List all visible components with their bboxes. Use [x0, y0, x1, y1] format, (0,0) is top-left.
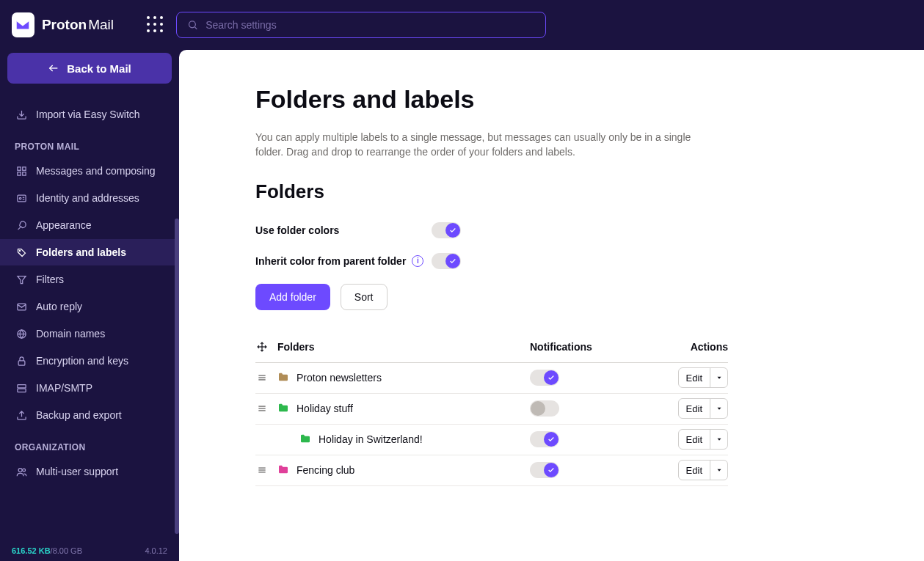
folder-cell[interactable]: Holiday in Switzerland! — [277, 433, 530, 447]
edit-button[interactable]: Edit — [678, 367, 728, 388]
nav-label: Backup and export — [36, 409, 122, 421]
svg-point-12 — [19, 250, 20, 251]
move-header-icon — [255, 342, 269, 352]
brand-text: Proton Mail — [42, 17, 114, 33]
use-folder-colors-row: Use folder colors — [255, 222, 732, 238]
nav-label: Identity and addresses — [36, 192, 139, 204]
info-icon[interactable]: i — [412, 255, 423, 267]
sidebar-item-imap[interactable]: IMAP/SMTP — [7, 375, 172, 401]
appearance-icon — [15, 220, 28, 231]
actions-cell: Edit — [647, 429, 728, 450]
edit-label: Edit — [679, 430, 710, 449]
svg-marker-38 — [717, 469, 721, 472]
section-organization: ORGANIZATION — [7, 429, 172, 458]
sidebar-scrollbar[interactable] — [175, 219, 179, 534]
folder-cell[interactable]: Proton newsletters — [277, 371, 530, 385]
nav-label: Filters — [36, 274, 64, 285]
app-version: 4.0.12 — [145, 546, 167, 555]
drag-handle-icon[interactable] — [255, 434, 277, 444]
th-notifications: Notifications — [530, 341, 647, 353]
edit-dropdown-caret[interactable] — [710, 368, 727, 387]
inherit-color-toggle[interactable] — [432, 253, 461, 269]
folder-cell[interactable]: Holiday stuff — [277, 402, 530, 416]
sidebar: Back to Mail Import via Easy Switch PROT… — [0, 50, 179, 561]
edit-dropdown-caret[interactable] — [710, 430, 727, 449]
actions-cell: Edit — [647, 398, 728, 419]
actions-cell: Edit — [647, 367, 728, 388]
folder-cell[interactable]: Fencing club — [277, 463, 530, 477]
sidebar-item-autoreply[interactable]: Auto reply — [7, 293, 172, 320]
folder-name: Proton newsletters — [297, 372, 382, 384]
edit-label: Edit — [679, 399, 710, 418]
drag-handle-icon[interactable] — [255, 465, 269, 475]
svg-point-9 — [19, 197, 21, 199]
add-folder-label: Add folder — [269, 291, 316, 303]
th-folders: Folders — [277, 341, 530, 353]
sidebar-item-filters[interactable]: Filters — [7, 266, 172, 293]
svg-rect-18 — [17, 384, 25, 387]
nav-label: Appearance — [36, 219, 92, 231]
search-settings[interactable] — [176, 12, 546, 38]
folders-table: Folders Notifications Actions Proton new… — [255, 332, 728, 486]
svg-marker-34 — [717, 439, 721, 441]
svg-line-1 — [195, 27, 197, 29]
nav-label: Folders and labels — [36, 246, 126, 258]
svg-marker-13 — [17, 276, 25, 283]
table-row: Holiday in Switzerland!Edit — [255, 425, 728, 455]
edit-label: Edit — [679, 368, 710, 387]
edit-dropdown-caret[interactable] — [710, 399, 727, 418]
brand-name-1: Proton — [42, 17, 87, 33]
back-to-mail-button[interactable]: Back to Mail — [7, 53, 172, 84]
edit-button[interactable]: Edit — [678, 398, 728, 419]
proton-logo-icon[interactable] — [12, 12, 34, 37]
storage-total: 8.00 GB — [53, 546, 82, 555]
svg-rect-17 — [18, 360, 25, 364]
search-input[interactable] — [205, 19, 535, 31]
edit-label: Edit — [679, 461, 710, 480]
edit-button[interactable]: Edit — [678, 429, 728, 450]
users-icon — [15, 466, 28, 477]
sort-button[interactable]: Sort — [341, 284, 388, 310]
drag-handle-icon[interactable] — [255, 403, 269, 414]
edit-button[interactable]: Edit — [678, 460, 728, 480]
edit-dropdown-caret[interactable] — [710, 461, 727, 480]
sidebar-item-encryption[interactable]: Encryption and keys — [7, 348, 172, 374]
folder-name: Holiday stuff — [297, 403, 353, 414]
identity-icon — [15, 193, 28, 204]
page-title: Folders and labels — [255, 85, 732, 114]
sidebar-item-messages[interactable]: Messages and composing — [7, 158, 172, 184]
svg-rect-4 — [17, 166, 20, 169]
storage-used: 616.52 KB — [12, 546, 51, 555]
sidebar-item-multiuser[interactable]: Multi-user support — [7, 458, 172, 485]
sidebar-item-backup[interactable]: Backup and export — [7, 402, 172, 428]
sidebar-item-appearance[interactable]: Appearance — [7, 212, 172, 238]
sidebar-footer: 616.52 KB / 8.00 GB 4.0.12 — [0, 539, 179, 561]
notification-toggle[interactable] — [530, 400, 559, 417]
table-header: Folders Notifications Actions — [255, 332, 728, 363]
folders-heading: Folders — [255, 180, 732, 203]
notification-toggle[interactable] — [530, 462, 559, 478]
nav-label: Import via Easy Switch — [36, 109, 140, 120]
sidebar-item-folders[interactable]: Folders and labels — [0, 239, 179, 265]
inherit-color-row: Inherit color from parent folder i — [255, 253, 732, 269]
notification-cell — [530, 370, 647, 386]
use-colors-label: Use folder colors — [255, 224, 339, 236]
sidebar-item-identity[interactable]: Identity and addresses — [7, 185, 172, 211]
use-folder-colors-toggle[interactable] — [432, 222, 461, 238]
main-content: Folders and labels You can apply multipl… — [179, 50, 924, 561]
sidebar-item-import[interactable]: Import via Easy Switch — [7, 101, 172, 128]
add-folder-button[interactable]: Add folder — [255, 284, 330, 310]
folder-icon — [277, 402, 289, 416]
table-row: Proton newslettersEdit — [255, 363, 728, 394]
apps-grid-icon[interactable] — [147, 16, 163, 34]
svg-point-22 — [22, 469, 25, 472]
drag-handle-icon[interactable] — [255, 373, 269, 383]
sidebar-item-domains[interactable]: Domain names — [7, 320, 172, 347]
notification-toggle[interactable] — [530, 431, 559, 447]
notification-cell — [530, 462, 647, 478]
autoreply-icon — [15, 301, 28, 312]
table-row: Fencing clubEdit — [255, 455, 728, 486]
notification-toggle[interactable] — [530, 370, 559, 386]
sort-label: Sort — [354, 291, 374, 303]
nav-label: Auto reply — [36, 301, 82, 312]
